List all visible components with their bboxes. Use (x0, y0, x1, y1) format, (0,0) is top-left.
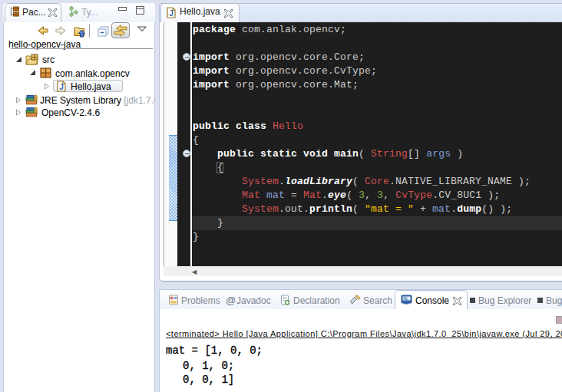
svg-text:J: J (169, 9, 174, 18)
svg-text:J: J (59, 83, 64, 91)
